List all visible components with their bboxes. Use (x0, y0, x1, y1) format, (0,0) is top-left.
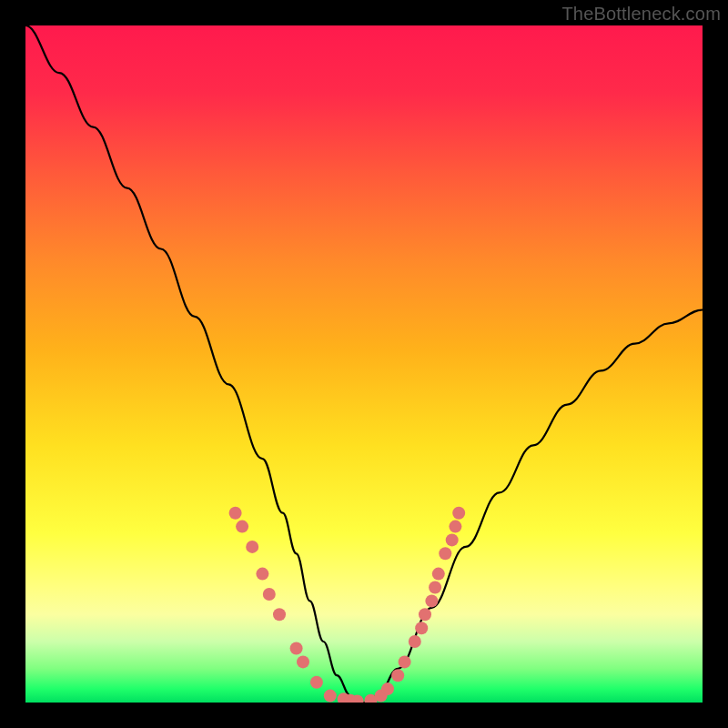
data-point (425, 594, 438, 607)
data-point (324, 690, 337, 703)
data-point (297, 655, 309, 668)
dots-layer (229, 507, 466, 703)
data-point (419, 608, 431, 621)
data-point (310, 676, 323, 689)
bottleneck-curve (25, 25, 703, 703)
data-point (273, 608, 286, 621)
data-point (391, 669, 404, 682)
data-point (449, 521, 461, 533)
data-point (452, 507, 465, 520)
data-point (439, 547, 451, 560)
data-point (409, 635, 421, 648)
chart-svg (25, 25, 703, 703)
data-point (256, 568, 268, 581)
data-point (446, 533, 459, 546)
data-point (381, 682, 394, 695)
watermark-text: TheBottleneck.com (561, 4, 721, 25)
data-point (246, 541, 258, 553)
curve-layer (25, 25, 703, 703)
data-point (290, 642, 303, 655)
data-point (429, 581, 441, 594)
data-point (432, 568, 445, 581)
data-point (263, 588, 276, 601)
plot-area (25, 25, 703, 703)
data-point (229, 507, 242, 520)
data-point (415, 622, 428, 634)
data-point (399, 655, 411, 668)
data-point (236, 521, 248, 533)
